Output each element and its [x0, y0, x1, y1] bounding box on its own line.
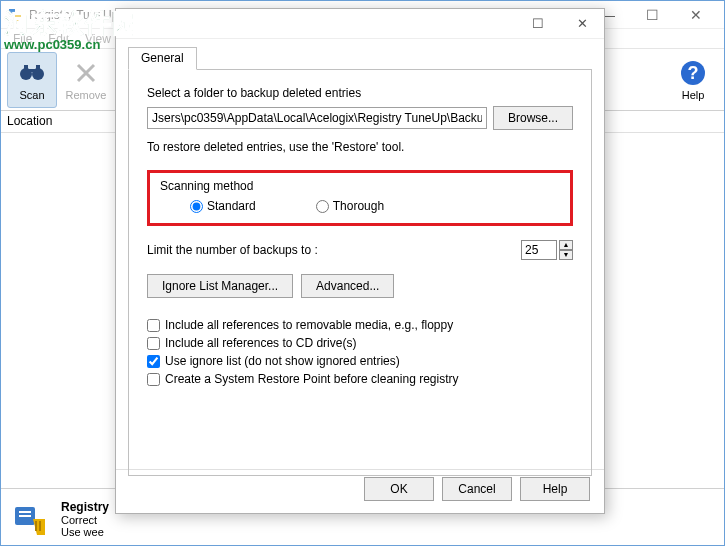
app-icon: [7, 7, 23, 23]
svg-rect-11: [19, 515, 31, 517]
svg-rect-4: [24, 65, 28, 71]
tab-strip: General: [128, 47, 592, 70]
dialog-body: General Select a folder to backup delete…: [116, 39, 604, 469]
checkbox-restore-point-input[interactable]: [147, 373, 160, 386]
svg-rect-5: [36, 65, 40, 71]
svg-rect-0: [9, 9, 15, 15]
checkbox-use-ignore-list-label: Use ignore list (do not show ignored ent…: [165, 354, 400, 368]
radio-standard-input[interactable]: [190, 200, 203, 213]
remove-icon: [72, 59, 100, 87]
backup-limit-spinner[interactable]: ▲ ▼: [521, 240, 573, 260]
checkbox-restore-point[interactable]: Create a System Restore Point before cle…: [147, 372, 573, 386]
checkbox-removable-media[interactable]: Include all references to removable medi…: [147, 318, 573, 332]
svg-rect-1: [15, 15, 21, 21]
scanning-method-group: Scanning method Standard Thorough: [147, 170, 573, 226]
svg-text:?: ?: [688, 63, 699, 83]
dialog-help-button[interactable]: Help: [520, 477, 590, 501]
svg-rect-13: [39, 521, 41, 531]
checkbox-cd-drives[interactable]: Include all references to CD drive(s): [147, 336, 573, 350]
column-header-location[interactable]: Location: [1, 111, 120, 133]
restore-hint: To restore deleted entries, use the 'Res…: [147, 140, 573, 154]
radio-standard[interactable]: Standard: [190, 199, 256, 213]
menu-edit[interactable]: Edit: [40, 30, 77, 48]
checkbox-use-ignore-list-input[interactable]: [147, 355, 160, 368]
cancel-button[interactable]: Cancel: [442, 477, 512, 501]
dialog-close-button[interactable]: ✕: [560, 10, 604, 38]
backup-limit-input[interactable]: [521, 240, 557, 260]
browse-button[interactable]: Browse...: [493, 106, 573, 130]
checkbox-cd-drives-label: Include all references to CD drive(s): [165, 336, 356, 350]
maximize-button[interactable]: ☐: [630, 2, 674, 28]
spinner-down-icon[interactable]: ▼: [559, 250, 573, 260]
menu-file[interactable]: File: [5, 30, 40, 48]
svg-rect-6: [28, 69, 36, 72]
advanced-button[interactable]: Advanced...: [301, 274, 394, 298]
remove-button: Remove: [61, 52, 111, 108]
svg-rect-12: [35, 521, 37, 531]
menu-view[interactable]: View: [77, 30, 119, 48]
checkbox-removable-media-label: Include all references to removable medi…: [165, 318, 453, 332]
tab-content: Select a folder to backup deleted entrie…: [128, 70, 592, 476]
info-line2: Correct: [61, 514, 109, 526]
help-label: Help: [682, 89, 705, 101]
checkbox-cd-drives-input[interactable]: [147, 337, 160, 350]
binoculars-icon: [18, 59, 46, 87]
tab-general[interactable]: General: [128, 47, 197, 70]
radio-thorough[interactable]: Thorough: [316, 199, 384, 213]
options-dialog: ☐ ✕ General Select a folder to backup de…: [115, 8, 605, 514]
checkbox-removable-media-input[interactable]: [147, 319, 160, 332]
checkbox-use-ignore-list[interactable]: Use ignore list (do not show ignored ent…: [147, 354, 573, 368]
dialog-title-bar: ☐ ✕: [116, 9, 604, 39]
radio-thorough-input[interactable]: [316, 200, 329, 213]
radio-standard-label: Standard: [207, 199, 256, 213]
scan-button[interactable]: Scan: [7, 52, 57, 108]
spinner-up-icon[interactable]: ▲: [559, 240, 573, 250]
radio-thorough-label: Thorough: [333, 199, 384, 213]
info-line3: Use wee: [61, 526, 109, 538]
backup-folder-label: Select a folder to backup deleted entrie…: [147, 86, 573, 100]
scan-label: Scan: [19, 89, 44, 101]
dialog-maximize-button[interactable]: ☐: [516, 10, 560, 38]
limit-label: Limit the number of backups to :: [147, 243, 521, 257]
ok-button[interactable]: OK: [364, 477, 434, 501]
ignore-list-manager-button[interactable]: Ignore List Manager...: [147, 274, 293, 298]
registry-icon: [11, 499, 51, 539]
info-text: Registry Correct Use wee: [61, 500, 109, 538]
help-icon: ?: [679, 59, 707, 87]
scanning-method-title: Scanning method: [160, 179, 560, 193]
help-button[interactable]: ? Help: [668, 52, 718, 108]
backup-path-input[interactable]: [147, 107, 487, 129]
remove-label: Remove: [66, 89, 107, 101]
info-title: Registry: [61, 500, 109, 514]
svg-rect-10: [19, 511, 31, 513]
checkbox-restore-point-label: Create a System Restore Point before cle…: [165, 372, 458, 386]
close-button[interactable]: ✕: [674, 2, 718, 28]
left-column: Location: [1, 111, 121, 488]
